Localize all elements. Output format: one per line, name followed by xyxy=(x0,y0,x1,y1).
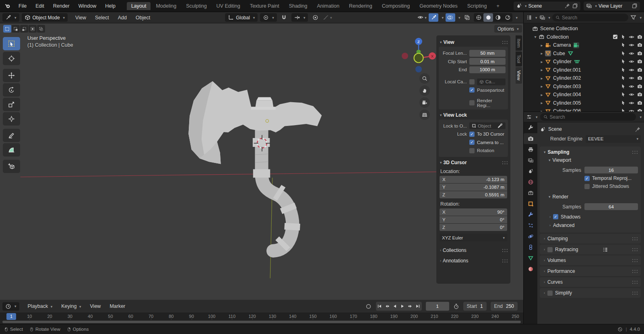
transport-play-reverse-button[interactable] xyxy=(391,302,399,311)
cursor-tool[interactable] xyxy=(3,52,20,65)
blender-logo-icon[interactable] xyxy=(5,3,11,9)
timeline-menu-marker[interactable]: Marker xyxy=(105,303,130,309)
render-toggle-icon[interactable] xyxy=(637,42,642,47)
section-volumes[interactable]: ›Volumes xyxy=(540,256,641,265)
chevron-down-icon[interactable]: ▾ xyxy=(640,115,642,119)
timeline-menu-view[interactable]: View xyxy=(86,303,105,309)
frame-end-field[interactable]: End 250 xyxy=(491,302,518,311)
chevron-down-icon[interactable]: ▾ xyxy=(549,16,551,20)
drag-grip-icon[interactable] xyxy=(632,290,638,296)
drag-grip-icon[interactable] xyxy=(632,258,638,264)
hide-toggle-icon[interactable] xyxy=(629,100,634,106)
viewport-menu-object[interactable]: Object xyxy=(131,15,155,21)
properties-search-input[interactable]: Search xyxy=(540,113,636,121)
expand-icon[interactable]: ▸ xyxy=(539,109,545,112)
expand-icon[interactable]: ▸ xyxy=(539,84,545,89)
section-performance[interactable]: ›Performance xyxy=(540,266,641,276)
sampling-header[interactable]: ▾Sampling xyxy=(543,148,638,156)
presets-icon[interactable] xyxy=(602,247,608,253)
transport-jump-start-button[interactable] xyxy=(376,302,384,311)
menu-help[interactable]: Help xyxy=(101,3,120,9)
shading-rendered-button[interactable] xyxy=(503,13,512,22)
move-tool[interactable] xyxy=(3,69,20,82)
select-mode-subtract-button[interactable] xyxy=(20,25,28,33)
playhead[interactable]: 1 xyxy=(6,313,16,320)
outliner-row-collection[interactable]: ▾Collection xyxy=(524,33,644,41)
auto-keying-button[interactable] xyxy=(365,303,372,310)
viewport-samples-field[interactable]: 16 xyxy=(584,167,638,173)
clip-end-field[interactable]: 1000 m xyxy=(469,66,506,73)
selectable-toggle-icon[interactable] xyxy=(621,59,626,64)
timeline-ruler[interactable]: 1020304050607080901001101201301401501601… xyxy=(0,313,523,320)
properties-tab-view-layer[interactable] xyxy=(524,155,537,166)
navigation-gizmo[interactable]: Z X xyxy=(396,36,441,80)
render-toggle-icon[interactable] xyxy=(637,84,642,89)
properties-tab-constraints[interactable] xyxy=(524,242,537,253)
workspace-tab-animation[interactable]: Animation xyxy=(313,2,344,10)
snap-settings[interactable]: ▾ xyxy=(291,13,308,22)
chevron-down-icon[interactable]: ▾ xyxy=(535,16,537,20)
hide-toggle-icon[interactable] xyxy=(629,59,634,64)
annotations-panel-header[interactable]: ›Annotations xyxy=(439,257,508,265)
properties-tab-output[interactable] xyxy=(524,144,537,155)
chevron-down-icon[interactable]: ▾ xyxy=(640,16,642,20)
expand-icon[interactable]: ▸ xyxy=(539,43,545,47)
drag-grip-icon[interactable] xyxy=(632,149,638,155)
transform-tool[interactable] xyxy=(3,112,20,126)
viewport-options-button[interactable]: Options ▾ xyxy=(494,25,522,33)
workspace-tab-geometry-nodes[interactable]: Geometry Nodes xyxy=(415,2,462,10)
hide-toggle-icon[interactable] xyxy=(629,84,634,89)
hide-toggle-icon[interactable] xyxy=(629,75,634,81)
expand-icon[interactable]: ▸ xyxy=(539,93,545,97)
focal-length-field[interactable]: 50 mm xyxy=(469,50,506,57)
sidebar-tab-view[interactable]: View xyxy=(516,67,522,84)
camera-to-view-checkbox[interactable]: ✓ xyxy=(469,140,475,145)
render-toggle-icon[interactable] xyxy=(637,59,642,64)
sidebar-tab-tool[interactable]: Tool xyxy=(516,52,522,66)
hide-toggle-icon[interactable] xyxy=(629,92,634,97)
cursor-z-field[interactable]: Z0.5591 m xyxy=(440,191,507,198)
collection-exclude-checkbox[interactable] xyxy=(613,34,618,39)
transport-prev-keyframe-button[interactable] xyxy=(384,302,391,311)
view-layer-selector[interactable]: ▾ View Layer xyxy=(584,2,640,10)
render-toggle-icon[interactable] xyxy=(637,67,642,72)
drag-grip-icon[interactable] xyxy=(502,39,508,45)
properties-tab-world[interactable] xyxy=(524,177,537,188)
outliner-row-scene collection[interactable]: Scene Collection xyxy=(524,25,644,33)
drag-grip-icon[interactable] xyxy=(632,236,638,242)
render-toggle-icon[interactable] xyxy=(637,34,642,39)
shading-material-button[interactable] xyxy=(493,13,503,22)
drag-grip-icon[interactable] xyxy=(502,160,508,166)
transport-next-keyframe-button[interactable] xyxy=(407,302,414,311)
render-samples-field[interactable]: 64 xyxy=(584,203,638,210)
perspective-toggle-button[interactable] xyxy=(419,109,430,120)
drag-grip-icon[interactable] xyxy=(502,247,508,254)
properties-tab-scene[interactable] xyxy=(524,166,537,177)
view-panel-header[interactable]: ▾View xyxy=(439,38,508,46)
cursor-x-field[interactable]: X-0.123 m xyxy=(440,176,507,183)
menu-edit[interactable]: Edit xyxy=(31,3,49,9)
collections-panel-header[interactable]: ›Collections xyxy=(439,246,508,254)
cursor-y-field[interactable]: Y-0.1087 m xyxy=(440,183,507,191)
outliner-row-cylinder-006[interactable]: ▸Cylinder.006 xyxy=(524,107,644,112)
selectable-toggle-icon[interactable] xyxy=(621,67,626,72)
eyedropper-icon[interactable] xyxy=(497,123,503,129)
drag-grip-icon[interactable] xyxy=(632,247,638,253)
local-camera-checkbox[interactable] xyxy=(469,79,475,85)
outliner-row-camera[interactable]: ▸Camera xyxy=(524,41,644,49)
local-camera-field[interactable]: Ca... xyxy=(477,78,506,85)
scene-selector[interactable]: ▾ Scene xyxy=(514,2,581,10)
properties-tab-material[interactable] xyxy=(524,264,537,274)
viewport-menu-view[interactable]: View xyxy=(71,15,91,21)
menu-window[interactable]: Window xyxy=(74,3,101,9)
mode-selector[interactable]: Object Mode ▾ xyxy=(22,13,68,22)
properties-tab-particles[interactable] xyxy=(524,220,537,231)
new-scene-icon[interactable] xyxy=(572,3,578,9)
render-subpanel-header[interactable]: ▾Render xyxy=(543,193,638,201)
frame-start-field[interactable]: Start 1 xyxy=(463,302,487,311)
viewport-subpanel-header[interactable]: ▾Viewport xyxy=(543,156,638,164)
view-lock-panel-header[interactable]: ▾View Lock xyxy=(439,111,508,119)
shadows-subpanel-header[interactable]: ›✓ Shadows xyxy=(543,212,638,221)
expand-icon[interactable]: ▸ xyxy=(539,51,545,56)
temporal-reprojection-checkbox[interactable]: ✓ xyxy=(584,176,590,181)
